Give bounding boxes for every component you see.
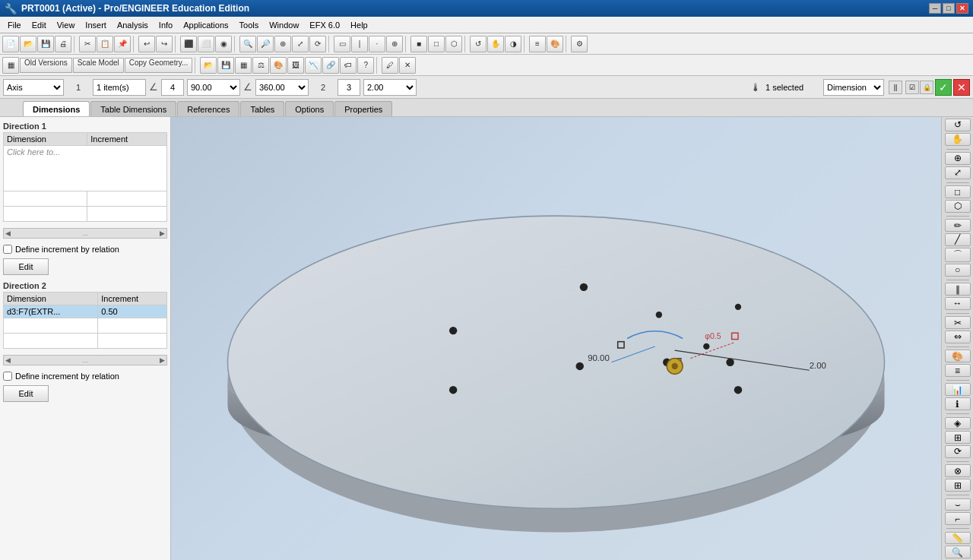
- lock-icon[interactable]: 🔒: [920, 81, 933, 94]
- direction2-edit-button[interactable]: Edit: [3, 385, 49, 402]
- rt-revolve-button[interactable]: ⟳: [945, 445, 971, 458]
- rt-feature-button[interactable]: ◈: [945, 417, 971, 430]
- direction1-checkbox[interactable]: [3, 245, 12, 254]
- pattern-type-select[interactable]: Axis Direction Fill Point Table Variable: [3, 79, 64, 96]
- paste-button[interactable]: 📌: [114, 36, 131, 52]
- chart-button[interactable]: 📉: [305, 57, 322, 74]
- rt-analysis-button[interactable]: 📊: [945, 383, 971, 396]
- maximize-button[interactable]: □: [943, 3, 955, 14]
- menu-view[interactable]: View: [52, 19, 80, 31]
- datum-point-button[interactable]: ·: [369, 36, 385, 52]
- rt-fit-button[interactable]: ⤢: [945, 166, 971, 179]
- pattern-angle-select[interactable]: 90.00 45.00 30.00: [187, 79, 240, 96]
- spin-model-button[interactable]: ↺: [470, 36, 486, 52]
- undo-button[interactable]: ↩: [138, 36, 155, 52]
- print-button[interactable]: 🖨: [55, 36, 71, 52]
- rt-line-button[interactable]: ╱: [945, 233, 971, 246]
- menu-efx[interactable]: EFX 6.0: [305, 19, 344, 31]
- direction2-row-1[interactable]: d3:F7(EXTR... 0.50: [4, 305, 167, 318]
- table-button[interactable]: ▦: [235, 57, 252, 74]
- tab-properties[interactable]: Properties: [334, 101, 392, 116]
- rt-hole-button[interactable]: ⊗: [945, 464, 971, 477]
- menu-file[interactable]: File: [3, 19, 26, 31]
- pattern-dir2-count[interactable]: [338, 79, 360, 96]
- tab-dimensions[interactable]: Dimensions: [23, 101, 90, 116]
- pause-button[interactable]: ||: [889, 81, 902, 94]
- scale-model-button[interactable]: Scale Model: [73, 58, 124, 73]
- link-button[interactable]: 🔗: [322, 57, 339, 74]
- direction2-checkbox[interactable]: [3, 372, 12, 381]
- rt-fillet-button[interactable]: ⌣: [945, 498, 971, 511]
- layer-button[interactable]: ≡: [529, 36, 546, 52]
- old-versions-button[interactable]: Old Versions: [20, 58, 72, 73]
- color-button[interactable]: 🎨: [270, 57, 287, 74]
- rt-extrude-button[interactable]: ⊞: [945, 431, 971, 444]
- rt-dim-button[interactable]: ↔: [945, 297, 971, 310]
- rt-zoom-button[interactable]: ⊕: [945, 152, 971, 165]
- pattern-angle2-select[interactable]: 360.00 180.00: [255, 79, 309, 96]
- direction1-scrollbar[interactable]: ◀ ... ▶: [3, 228, 167, 239]
- zoom-in-button[interactable]: 🔍: [239, 36, 256, 52]
- tab-tables[interactable]: Tables: [240, 101, 284, 116]
- rt-spin-button[interactable]: ↺: [945, 119, 971, 131]
- close-button[interactable]: ✕: [956, 3, 968, 14]
- tab-table-dimensions[interactable]: Table Dimensions: [90, 101, 176, 116]
- copy-button[interactable]: 📋: [97, 36, 113, 52]
- rt-color-button[interactable]: 🎨: [945, 350, 971, 362]
- surface-button[interactable]: □: [428, 36, 445, 52]
- pan-button[interactable]: ✋: [487, 36, 504, 52]
- rt-info-button[interactable]: ℹ: [945, 397, 971, 410]
- tab-references[interactable]: References: [177, 101, 239, 116]
- direction1-edit-button[interactable]: Edit: [3, 258, 49, 275]
- rt-inspect-button[interactable]: 🔍: [945, 546, 971, 558]
- rt-mirror-button[interactable]: ⇔: [945, 331, 971, 343]
- rt-measure-button[interactable]: 📏: [945, 532, 971, 545]
- fit-button[interactable]: ⤢: [292, 36, 309, 52]
- zoom-out-button[interactable]: 🔎: [257, 36, 274, 52]
- cancel-button[interactable]: ✕: [953, 79, 970, 96]
- appearance-button[interactable]: 🎨: [547, 36, 563, 52]
- rt-chamfer-button[interactable]: ⌐: [945, 512, 971, 525]
- rt-constraint-button[interactable]: ∥: [945, 283, 971, 296]
- rt-arc-button[interactable]: ⌒: [945, 248, 971, 262]
- coord-sys-button[interactable]: ⊕: [386, 36, 403, 52]
- notebook-button[interactable]: 📂: [200, 57, 217, 74]
- menu-applications[interactable]: Applications: [179, 19, 233, 31]
- rt-pattern-button[interactable]: ⊞: [945, 479, 971, 492]
- label-button[interactable]: 🏷: [340, 57, 357, 74]
- repaint-button[interactable]: ⟳: [309, 36, 326, 52]
- preview-icon[interactable]: ☑: [905, 81, 919, 94]
- rt-surface-button[interactable]: □: [945, 185, 971, 198]
- rt-pan-button[interactable]: ✋: [945, 133, 971, 146]
- click-here-row[interactable]: Click here to...: [4, 146, 167, 191]
- viewport[interactable]: 90.00 2.00 φ0.5: [171, 117, 941, 560]
- help2-button[interactable]: ?: [357, 57, 374, 74]
- shading-button[interactable]: ◑: [505, 36, 521, 52]
- menu-help[interactable]: Help: [346, 19, 372, 31]
- quilt-button[interactable]: ⬡: [445, 36, 462, 52]
- pattern-count-input[interactable]: [161, 79, 184, 96]
- menu-info[interactable]: Info: [154, 19, 177, 31]
- menu-window[interactable]: Window: [265, 19, 303, 31]
- rt-edge-button[interactable]: ⬡: [945, 200, 971, 213]
- datum-plane-button[interactable]: ▭: [334, 36, 350, 52]
- close2-button[interactable]: ✕: [399, 57, 416, 74]
- zoom-window-button[interactable]: ⊕: [274, 36, 291, 52]
- rt-circle-button[interactable]: ○: [945, 264, 971, 277]
- filter-select[interactable]: Dimension Geometry Feature: [823, 79, 884, 96]
- datum-axis-button[interactable]: |: [351, 36, 368, 52]
- redo-button[interactable]: ↪: [156, 36, 173, 52]
- view-mgr-button[interactable]: ◉: [215, 36, 232, 52]
- confirm-button[interactable]: ✓: [935, 79, 952, 96]
- edit2-button[interactable]: 🖊: [382, 57, 398, 74]
- window-controls[interactable]: ─ □ ✕: [929, 3, 968, 14]
- save-button[interactable]: 💾: [37, 36, 54, 52]
- minimize-button[interactable]: ─: [929, 3, 941, 14]
- copy-geometry-button[interactable]: Copy Geometry...: [125, 58, 193, 73]
- pattern-dir2-val-select[interactable]: 2.00 1.00 0.50: [363, 79, 417, 96]
- new-button[interactable]: 📄: [2, 36, 19, 52]
- tab-options[interactable]: Options: [285, 101, 334, 116]
- display-mode-button[interactable]: ⬜: [198, 36, 214, 52]
- rt-sketch-button[interactable]: ✏: [945, 219, 971, 232]
- view-orient-button[interactable]: ⬛: [180, 36, 197, 52]
